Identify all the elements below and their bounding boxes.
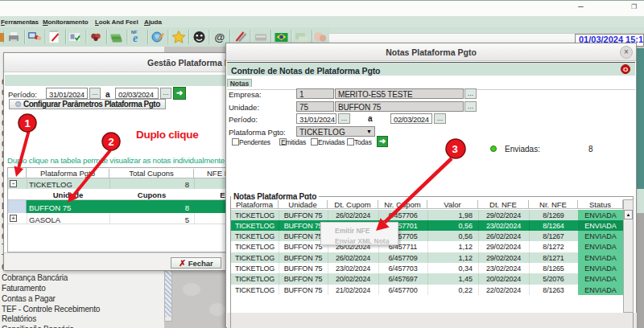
svg-text:1: 1	[24, 117, 30, 129]
svg-text:2: 2	[108, 136, 114, 148]
svg-text:3: 3	[452, 143, 457, 155]
svg-text:Duplo clique: Duplo clique	[136, 129, 199, 141]
